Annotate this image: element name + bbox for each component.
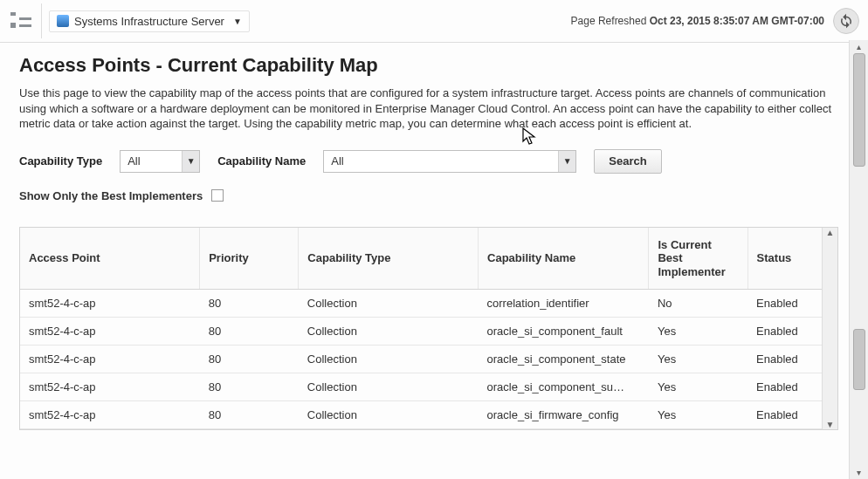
page-intro: Use this page to view the capability map… xyxy=(19,86,840,132)
best-implementers-label: Show Only the Best Implementers xyxy=(19,189,203,202)
tree-toggle-icon[interactable] xyxy=(0,3,42,38)
cell-pri: 80 xyxy=(200,318,299,346)
chevron-down-icon: ▼ xyxy=(233,17,242,26)
page-refreshed-time: Oct 23, 2015 8:35:07 AM GMT-07:00 xyxy=(650,15,824,27)
best-implementers-checkbox[interactable] xyxy=(211,189,224,202)
cell-ap: smt52-4-c-ap xyxy=(20,373,200,401)
scroll-track[interactable] xyxy=(853,53,865,466)
scroll-down-icon[interactable]: ▼ xyxy=(823,420,837,429)
server-icon xyxy=(57,15,69,27)
capability-type-label: Capability Type xyxy=(19,154,102,168)
cell-cname: correlation_identifier xyxy=(479,290,649,318)
cell-cname: oracle_si_component_fault xyxy=(479,318,649,346)
scroll-thumb[interactable] xyxy=(853,329,865,390)
cell-pri: 80 xyxy=(200,373,299,401)
capability-name-value: All xyxy=(331,154,343,168)
scroll-down-icon[interactable]: ▾ xyxy=(850,468,868,477)
page-refreshed-label: Page Refreshed Oct 23, 2015 8:35:07 AM G… xyxy=(571,15,824,27)
cell-ap: smt52-4-c-ap xyxy=(20,346,200,373)
cell-ctype: Collection xyxy=(299,346,479,373)
col-capability-type[interactable]: Capability Type xyxy=(299,228,479,290)
capability-type-value: All xyxy=(127,154,140,168)
cell-pri: 80 xyxy=(200,290,299,318)
table-row[interactable]: smt52-4-c-ap80Collectioncorrelation_iden… xyxy=(20,290,837,318)
svg-rect-1 xyxy=(10,23,16,28)
capability-name-select[interactable]: All ▼ xyxy=(323,150,576,173)
top-bar-left: Systems Infrastructure Server ▼ xyxy=(0,3,250,38)
refresh-button[interactable] xyxy=(833,8,859,34)
svg-rect-3 xyxy=(19,24,31,27)
target-menu[interactable]: Systems Infrastructure Server ▼ xyxy=(49,10,250,32)
cell-cname: oracle_si_firmware_config xyxy=(479,401,649,429)
search-button[interactable]: Search xyxy=(594,149,661,174)
top-bar-right: Page Refreshed Oct 23, 2015 8:35:07 AM G… xyxy=(571,8,859,34)
col-capability-name[interactable]: Capability Name xyxy=(479,228,649,290)
cell-ap: smt52-4-c-ap xyxy=(20,290,200,318)
table-row[interactable]: smt52-4-c-ap80Collectionoracle_si_compon… xyxy=(20,346,837,373)
table-row[interactable]: smt52-4-c-ap80Collectionoracle_si_compon… xyxy=(20,318,837,346)
svg-rect-2 xyxy=(19,17,31,20)
col-is-best[interactable]: Is Current Best Implementer xyxy=(649,228,747,290)
cell-ctype: Collection xyxy=(299,290,479,318)
top-bar: Systems Infrastructure Server ▼ Page Ref… xyxy=(0,0,868,43)
chevron-down-icon: ▼ xyxy=(558,151,575,172)
cell-pri: 80 xyxy=(200,346,299,373)
table-row[interactable]: smt52-4-c-ap80Collectionoracle_si_compon… xyxy=(20,373,837,401)
capability-type-select[interactable]: All ▼ xyxy=(120,150,200,173)
cell-best: No xyxy=(649,290,747,318)
svg-rect-0 xyxy=(10,12,16,16)
page-scrollbar[interactable]: ▴ ▾ xyxy=(849,40,868,479)
cell-ctype: Collection xyxy=(299,318,479,346)
scroll-up-icon[interactable]: ▲ xyxy=(823,228,837,237)
cell-ap: smt52-4-c-ap xyxy=(20,401,200,429)
cell-best: Yes xyxy=(649,318,747,346)
cell-ap: smt52-4-c-ap xyxy=(20,318,200,346)
filter-row: Capability Type All ▼ Capability Name Al… xyxy=(19,149,847,174)
content: Access Points - Current Capability Map U… xyxy=(0,40,847,479)
chevron-down-icon: ▼ xyxy=(182,151,199,172)
target-label: Systems Infrastructure Server xyxy=(74,15,224,28)
cell-ctype: Collection xyxy=(299,401,479,429)
cell-pri: 80 xyxy=(200,401,299,429)
cell-ctype: Collection xyxy=(299,373,479,401)
col-access-point[interactable]: Access Point xyxy=(20,228,200,290)
cell-cname: oracle_si_component_state xyxy=(479,346,649,373)
capability-name-label: Capability Name xyxy=(217,154,306,168)
cell-best: Yes xyxy=(649,401,747,429)
scroll-thumb[interactable] xyxy=(853,53,865,167)
table-header-row: Access Point Priority Capability Type Ca… xyxy=(20,228,837,290)
cell-best: Yes xyxy=(649,346,747,373)
cell-best: Yes xyxy=(649,373,747,401)
col-priority[interactable]: Priority xyxy=(200,228,299,290)
best-implementers-row: Show Only the Best Implementers xyxy=(19,189,847,202)
scroll-up-icon[interactable]: ▴ xyxy=(850,42,868,51)
cell-cname: oracle_si_component_su… xyxy=(479,373,649,401)
table-scrollbar[interactable]: ▲ ▼ xyxy=(822,228,837,430)
table-row[interactable]: smt52-4-c-ap80Collectionoracle_si_firmwa… xyxy=(20,401,837,429)
capability-table: Access Point Priority Capability Type Ca… xyxy=(19,227,838,431)
page-title: Access Points - Current Capability Map xyxy=(19,54,847,77)
